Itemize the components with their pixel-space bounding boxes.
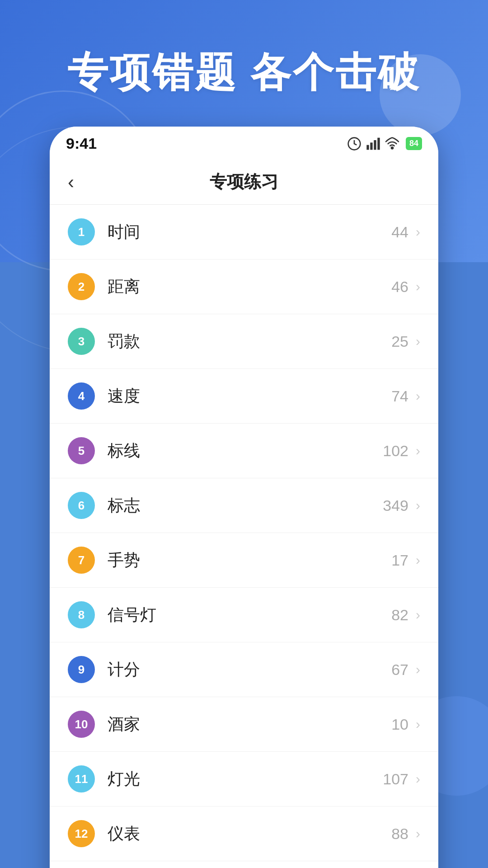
item-count: 67 [391, 661, 408, 679]
status-bar: 9:41 84 [50, 127, 438, 158]
chevron-right-icon: › [416, 443, 420, 458]
chevron-right-icon: › [416, 224, 420, 240]
item-label: 灯光 [108, 768, 383, 790]
badge-2: 2 [68, 273, 95, 300]
item-count: 74 [391, 387, 408, 405]
item-label: 距离 [108, 276, 391, 298]
svg-rect-1 [366, 145, 369, 150]
item-count: 25 [391, 333, 408, 350]
wifi-icon [385, 137, 399, 151]
badge-8: 8 [68, 601, 95, 628]
item-label: 计分 [108, 659, 391, 681]
item-label: 时间 [108, 221, 391, 243]
list-item[interactable]: 1时间44› [50, 205, 438, 259]
list-item[interactable]: 9计分67› [50, 642, 438, 697]
chevron-right-icon: › [416, 279, 420, 294]
item-label: 标线 [108, 440, 383, 462]
svg-rect-3 [374, 140, 376, 150]
badge-6: 6 [68, 492, 95, 519]
item-count: 44 [391, 223, 408, 241]
list-item[interactable]: 4速度74› [50, 369, 438, 424]
badge-10: 10 [68, 711, 95, 738]
item-label: 仪表 [108, 823, 391, 845]
badge-5: 5 [68, 437, 95, 464]
phone-frame: 9:41 84 ‹ 专项练习 1时间44›2距离46›3罚款25›4速度74› [50, 127, 438, 868]
chevron-right-icon: › [416, 552, 420, 568]
item-label: 标志 [108, 495, 383, 517]
list-item[interactable]: 5标线102› [50, 424, 438, 478]
list-item[interactable]: 3罚款25› [50, 314, 438, 369]
list-item[interactable]: 12仪表88› [50, 807, 438, 861]
badge-3: 3 [68, 328, 95, 355]
page-title: 专项练习 [210, 170, 278, 193]
chevron-right-icon: › [416, 388, 420, 404]
list-item[interactable]: 2距离46› [50, 259, 438, 314]
battery-badge: 84 [406, 137, 422, 150]
list-item[interactable]: 13装置54› [50, 861, 438, 868]
item-count: 349 [383, 497, 408, 514]
status-icons: 84 [347, 137, 422, 151]
item-count: 10 [391, 716, 408, 733]
hero-title: 专项错题 各个击破 [0, 45, 488, 100]
badge-7: 7 [68, 547, 95, 574]
badge-4: 4 [68, 382, 95, 410]
back-button[interactable]: ‹ [68, 173, 74, 192]
chevron-right-icon: › [416, 662, 420, 677]
item-count: 82 [391, 606, 408, 624]
list-item[interactable]: 6标志349› [50, 478, 438, 533]
clock-icon [347, 137, 361, 151]
item-label: 酒家 [108, 713, 391, 736]
badge-9: 9 [68, 656, 95, 683]
badge-1: 1 [68, 218, 95, 245]
svg-rect-2 [370, 142, 372, 150]
item-count: 107 [383, 770, 408, 788]
chevron-right-icon: › [416, 826, 420, 841]
item-label: 速度 [108, 385, 391, 407]
item-label: 信号灯 [108, 604, 391, 626]
list-item[interactable]: 10酒家10› [50, 697, 438, 752]
list-container: 1时间44›2距离46›3罚款25›4速度74›5标线102›6标志349›7手… [50, 205, 438, 868]
item-count: 88 [391, 825, 408, 843]
svg-point-5 [391, 147, 393, 149]
signal-icon [366, 137, 380, 151]
badge-12: 12 [68, 820, 95, 847]
chevron-right-icon: › [416, 607, 420, 623]
app-header: ‹ 专项练习 [50, 158, 438, 205]
list-item[interactable]: 8信号灯82› [50, 588, 438, 642]
list-item[interactable]: 7手势17› [50, 533, 438, 588]
list-item[interactable]: 11灯光107› [50, 752, 438, 807]
chevron-right-icon: › [416, 717, 420, 732]
svg-rect-4 [377, 137, 380, 150]
status-time: 9:41 [66, 135, 97, 152]
item-label: 手势 [108, 549, 391, 571]
chevron-right-icon: › [416, 334, 420, 349]
chevron-right-icon: › [416, 498, 420, 513]
chevron-right-icon: › [416, 771, 420, 787]
badge-11: 11 [68, 765, 95, 793]
item-count: 46 [391, 278, 408, 296]
item-count: 102 [383, 442, 408, 460]
item-count: 17 [391, 552, 408, 569]
item-label: 罚款 [108, 330, 391, 353]
